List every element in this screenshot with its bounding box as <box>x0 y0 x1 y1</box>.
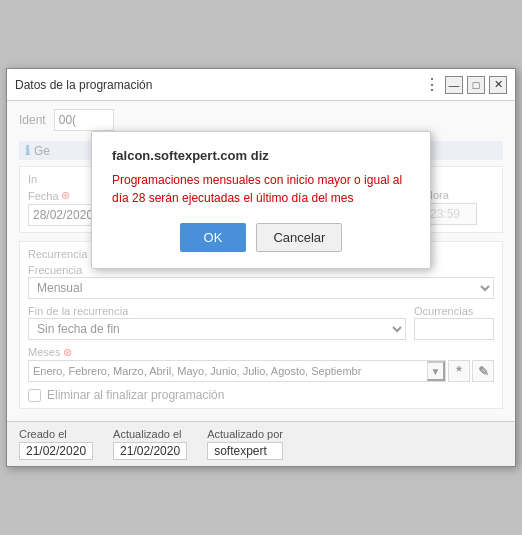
dialog-buttons: OK Cancelar <box>112 223 410 252</box>
cancel-button[interactable]: Cancelar <box>256 223 342 252</box>
dialog-box: falcon.softexpert.com diz Programaciones… <box>91 131 431 269</box>
creado-item: Creado el 21/02/2020 <box>19 428 93 460</box>
window-title: Datos de la programación <box>15 78 152 92</box>
actualizado-value: 21/02/2020 <box>113 442 187 460</box>
title-bar-controls: ⋮ — □ ✕ <box>424 75 507 94</box>
creado-value: 21/02/2020 <box>19 442 93 460</box>
dialog-message: Programaciones mensuales con inicio mayo… <box>112 171 410 207</box>
minimize-button[interactable]: — <box>445 76 463 94</box>
footer: Creado el 21/02/2020 Actualizado el 21/0… <box>7 421 515 466</box>
actualizado-por-item: Actualizado por softexpert <box>207 428 283 460</box>
actualizado-por-label: Actualizado por <box>207 428 283 440</box>
actualizado-item: Actualizado el 21/02/2020 <box>113 428 187 460</box>
dialog-site: falcon.softexpert.com diz <box>112 148 410 163</box>
actualizado-label: Actualizado el <box>113 428 187 440</box>
ok-button[interactable]: OK <box>180 223 247 252</box>
more-options-button[interactable]: ⋮ <box>424 75 441 94</box>
title-bar: Datos de la programación ⋮ — □ ✕ <box>7 69 515 101</box>
maximize-button[interactable]: □ <box>467 76 485 94</box>
creado-label: Creado el <box>19 428 93 440</box>
actualizado-por-value: softexpert <box>207 442 283 460</box>
dialog-overlay: falcon.softexpert.com diz Programaciones… <box>7 101 515 421</box>
close-button[interactable]: ✕ <box>489 76 507 94</box>
main-content: falcon.softexpert.com diz Programaciones… <box>7 101 515 421</box>
